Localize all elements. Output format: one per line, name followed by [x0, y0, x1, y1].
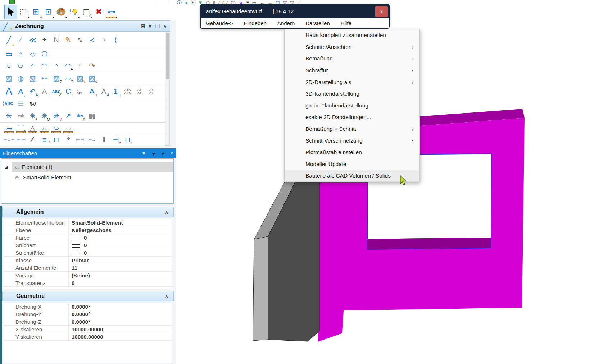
property-row[interactable]: Strichart0 [4, 241, 172, 249]
property-value[interactable]: 0 [69, 235, 87, 241]
style-swatch[interactable] [72, 250, 80, 255]
pattern-stars-icon[interactable]: ✦✧ [38, 72, 50, 85]
dim-ordinate-icon[interactable]: ≡³ [38, 134, 50, 146]
hatch-move-icon[interactable]: ▱↥ [62, 72, 74, 85]
info-icon[interactable]: ⓘ [177, 0, 182, 4]
multiline-icon[interactable]: ≪ [27, 32, 38, 48]
dropdown-arrow-icon[interactable]: ▸ [53, 16, 54, 19]
select-arrow-button[interactable] [4, 5, 17, 19]
menu-item[interactable]: Bauteile als CAD Volumen / Solids [285, 170, 419, 182]
cell-matrix-icon[interactable]: ✳✳ [15, 109, 27, 122]
text-import-icon[interactable]: A↑ [38, 85, 50, 98]
sphere-icon[interactable]: ● [185, 0, 188, 4]
menu-item[interactable]: 2D-Darstellung als› [285, 76, 419, 88]
dim-linear-icon[interactable]: ⊢↔⊣ [3, 134, 15, 146]
dim-perpendicular-icon[interactable]: ⊓ [50, 134, 62, 146]
edit-text-icon[interactable]: A↑ [86, 85, 98, 98]
measure-distance-icon[interactable]: ⊶ [3, 123, 15, 134]
hatch-edit-icon[interactable]: ▨✎ [74, 72, 86, 85]
close-icon[interactable]: × [171, 151, 173, 156]
smartline-icon[interactable]: ╱● [3, 32, 15, 48]
construction-line-icon[interactable]: ⊦( [98, 32, 110, 48]
dim-center-icon[interactable]: ⊢·⊣ [74, 134, 86, 146]
eigenschaften-titlebar[interactable]: Eigenschaften ▼┳┳× [0, 148, 176, 158]
text-increment-icon[interactable]: A1 A2 [145, 85, 157, 98]
hatch-shape-icon[interactable]: ▧ [27, 72, 38, 85]
measure-area-icon[interactable]: ○ [50, 123, 62, 134]
collapse-chevron-icon[interactable]: ∧ [165, 294, 168, 299]
property-row[interactable]: ElementbeschreibunSmartSolid-Element [4, 219, 172, 226]
light-snap-button[interactable]: ▸ [67, 5, 80, 19]
tangent-lines-icon[interactable]: ≺ [86, 32, 98, 48]
dropdown-arrow-icon[interactable]: ▸ [78, 16, 80, 19]
property-value[interactable]: 0.0000° [69, 304, 90, 310]
style-swatch[interactable] [72, 235, 80, 240]
tree-row-elemente[interactable]: ◢ ∿∘ Elemente (1) [1, 162, 173, 172]
property-row[interactable]: Strichstärke0 [4, 249, 172, 257]
close-button[interactable]: × [375, 6, 388, 17]
text-frame-icon[interactable]: ABC [3, 98, 15, 109]
hidden-lines-icon[interactable]: ☰ [15, 98, 27, 109]
hatch-rect-icon[interactable]: ▨ [3, 72, 15, 85]
property-row[interactable]: EbeneKellergeschoss [4, 226, 172, 234]
delete-button[interactable]: ✖ [92, 5, 105, 19]
cell-query-icon[interactable]: ✳? [50, 109, 62, 122]
rectangle-icon[interactable]: ▭ [3, 48, 15, 60]
dim-stacked-icon[interactable]: ‖ [98, 134, 110, 146]
palette-button[interactable]: ▸ [55, 5, 67, 19]
property-row[interactable]: Drehung-X0.0000° [4, 303, 172, 310]
property-row[interactable]: Transparenz0 [4, 279, 172, 287]
angle-line-icon[interactable]: ⟨ [110, 32, 122, 48]
asterisk-icon[interactable]: ✳ [191, 0, 195, 4]
property-row[interactable]: Drehung-Z0.0000° [4, 318, 172, 326]
property-value[interactable]: 0.0000° [69, 311, 90, 317]
property-value[interactable]: 0.0000° [69, 319, 90, 325]
spellcheck-icon[interactable]: ABC✓ [50, 85, 62, 98]
property-row[interactable]: Vorlage(Keine) [4, 272, 172, 279]
cell-origin-icon[interactable]: ✳O [38, 109, 50, 122]
hatch-circle-icon[interactable]: ◍ [15, 72, 27, 85]
text-on-arc-icon[interactable]: A◡ [15, 85, 27, 98]
section-geometrie-header[interactable]: Geometrie ∧ [2, 291, 174, 301]
artifex-titlebar[interactable]: artifex Gebäudeentwurf | 18.4.12 × [201, 5, 389, 18]
chevron-shape-icon[interactable]: ◇ [27, 48, 38, 60]
freehand-sketch-icon[interactable]: ✎ [62, 32, 74, 48]
menu-item[interactable]: Schraffur› [285, 65, 419, 77]
move-copy-button[interactable]: ⊞▸ [30, 5, 42, 19]
regular-polygon-icon[interactable]: ⎔ [38, 48, 50, 60]
property-row[interactable]: Drehung-Y0.0000° [4, 310, 172, 318]
property-row[interactable]: Y skalieren10000.00000 [4, 333, 172, 341]
menu-hilfe[interactable]: Hilfe [341, 20, 351, 26]
collapse-chevron-icon[interactable]: ∧ [165, 209, 168, 215]
dim-angular-icon[interactable]: ∠ [27, 134, 38, 146]
dropdown-arrow-icon[interactable]: ▸ [65, 16, 67, 19]
function-text-icon[interactable]: f(x) [27, 98, 38, 109]
place-arrow-icon[interactable]: ↗ [62, 109, 74, 122]
arc-icon[interactable]: ◠ [38, 60, 50, 72]
menu-item[interactable]: Plotmaßstab einstellen [285, 147, 419, 158]
hatch-delete-icon[interactable]: ▨× [86, 72, 98, 85]
property-row[interactable]: KlassePrimär [4, 257, 172, 264]
property-value[interactable]: Primär [69, 257, 89, 263]
dashed-arc-icon[interactable]: ◜ [74, 60, 86, 72]
half-circle-icon[interactable]: ◠▲ [62, 60, 74, 72]
menu-item[interactable]: Bemaßung› [285, 53, 419, 65]
menu-item[interactable]: grobe Flächendarstellung [285, 100, 419, 112]
dropdown-arrow-icon[interactable]: ▸ [91, 16, 92, 19]
dropdown-icon[interactable]: ▼ [142, 151, 146, 156]
tree-row-smartsolid[interactable]: ✳ SmartSolid-Element [1, 172, 173, 183]
property-value[interactable]: 0 [69, 242, 87, 248]
property-value[interactable]: 0 [69, 250, 87, 256]
menu-item[interactable]: 3D-Kantendarstellung [285, 88, 419, 100]
expander-icon[interactable]: ◢ [1, 165, 11, 169]
scrollbar-thumb[interactable] [166, 33, 169, 79]
menu-eingeben[interactable]: Eingeben [244, 20, 266, 26]
cell-replace-icon[interactable]: ✳↥ [27, 109, 38, 122]
menu-item[interactable]: Schnitt-Verschmelzung› [285, 135, 419, 147]
curve-icon[interactable]: ∿ [74, 32, 86, 48]
dropdown-arrow-icon[interactable]: ▸ [40, 16, 42, 19]
dim-note-icon[interactable]: ↱ [62, 134, 74, 146]
ellipse-icon[interactable]: ○ [15, 60, 27, 72]
polygon-icon[interactable]: ⌂ [15, 48, 27, 60]
text-query-icon[interactable]: ? ABC [74, 85, 86, 98]
